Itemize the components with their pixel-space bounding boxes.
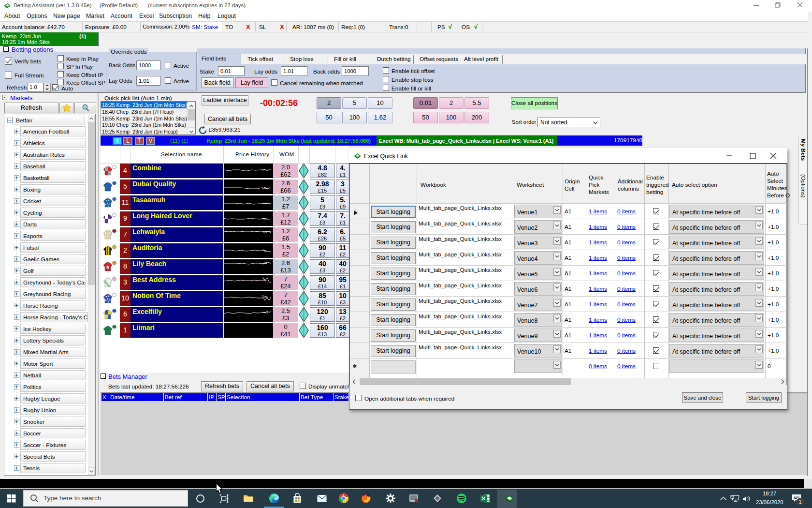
svg-text:1: 1 [798, 499, 801, 505]
